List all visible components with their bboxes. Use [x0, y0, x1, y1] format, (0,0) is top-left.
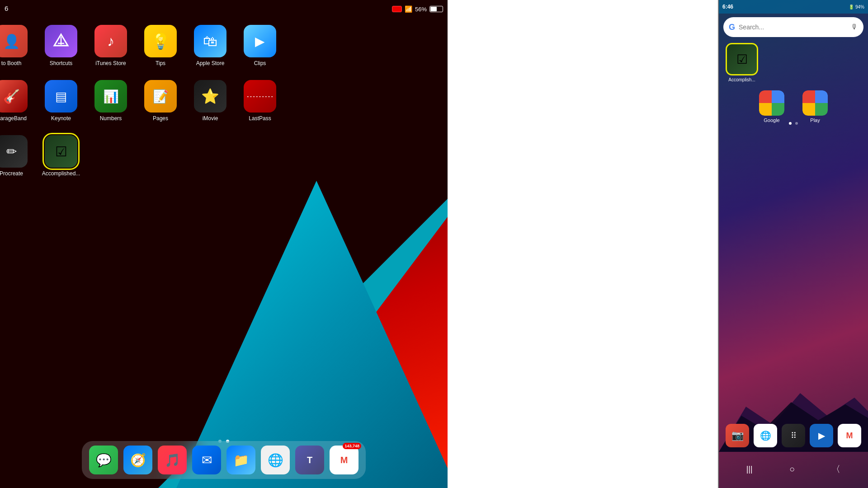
- app-keynote[interactable]: ▤ Keynote: [41, 80, 81, 122]
- google-search-input[interactable]: [739, 17, 847, 37]
- phone-app-play[interactable]: Play: [802, 90, 828, 123]
- phone-dock-camera[interactable]: 📷: [726, 424, 749, 447]
- clips-icon: ▶: [244, 25, 276, 57]
- microphone-icon[interactable]: 🎙: [851, 23, 858, 31]
- lastpass-label: LastPass: [249, 115, 271, 122]
- dock-music[interactable]: 🎵: [158, 446, 187, 474]
- imovie-icon: ⭐: [194, 80, 226, 113]
- play-multi-icon: [802, 90, 828, 116]
- phone-dot-1[interactable]: [789, 122, 792, 125]
- nav-back-button[interactable]: 〈: [828, 460, 844, 479]
- battery-bar: [429, 6, 443, 12]
- procreate-icon: ✏: [0, 135, 28, 168]
- app-apple-store[interactable]: 🛍 Apple Store: [190, 25, 231, 66]
- app-photo-booth[interactable]: 👤 to Booth: [0, 25, 32, 66]
- accomplished-widget[interactable]: ☑ Accomplish...: [726, 43, 758, 82]
- shortcuts-icon: [45, 25, 77, 57]
- google-multi-icon: [759, 90, 784, 116]
- phone-dock: 📷 🌐 ⠿ ▶ M: [719, 424, 868, 447]
- app-imovie[interactable]: ⭐ iMovie: [190, 80, 231, 122]
- app-clips[interactable]: ▶ Clips: [240, 25, 280, 66]
- apple-store-label: Apple Store: [196, 60, 225, 66]
- tips-icon: 💡: [144, 25, 177, 57]
- app-row-3: ✏ Procreate ☑ Accomplished...: [5, 135, 443, 177]
- tips-label: Tips: [156, 60, 165, 66]
- shortcuts-label: Shortcuts: [50, 60, 73, 66]
- gmail-badge: 143,748: [343, 443, 361, 449]
- dock-chrome[interactable]: 🌐: [261, 446, 290, 474]
- app-numbers[interactable]: 📊 Numbers: [90, 80, 131, 122]
- dock-mail[interactable]: ✉: [192, 446, 221, 474]
- google-search-bar[interactable]: G 🎙: [723, 17, 863, 37]
- phone-dock-launcher[interactable]: ⠿: [782, 424, 805, 447]
- app-garageband[interactable]: 🎸 GarageBand: [0, 80, 32, 122]
- app-lastpass[interactable]: ⋯⋯⋯ LastPass: [240, 80, 280, 122]
- battery-percent: 56%: [415, 6, 427, 13]
- phone-app-google[interactable]: Google: [759, 90, 784, 123]
- play-label: Play: [810, 117, 820, 123]
- lastpass-icon: ⋯⋯⋯: [244, 80, 276, 113]
- dock-messages[interactable]: 💬: [89, 446, 118, 474]
- procreate-label: Procreate: [0, 170, 23, 177]
- phone-app-grid: Google Play: [719, 90, 868, 123]
- numbers-icon: 📊: [94, 80, 127, 113]
- app-dock: 💬 🧭 🎵 ✉ 📁 🌐 T M 143,748: [82, 441, 366, 479]
- phone-statusbar: 6:46 🔋 94%: [719, 0, 868, 14]
- numbers-label: Numbers: [100, 115, 122, 122]
- wifi-icon: 📶: [405, 5, 412, 13]
- accomplished-phone-label: Accomplish...: [726, 77, 758, 82]
- nav-home-button[interactable]: ○: [786, 460, 798, 478]
- garageband-icon: 🎸: [0, 80, 28, 113]
- photo-booth-label: to Booth: [1, 60, 22, 66]
- phone-time: 6:46: [722, 4, 733, 10]
- keynote-icon: ▤: [45, 80, 77, 113]
- app-grid: 👤 to Booth Shortcuts ♪ iTunes S: [5, 25, 443, 177]
- recording-indicator: [392, 6, 402, 12]
- app-accomplished[interactable]: ☑ Accomplished...: [41, 135, 81, 177]
- phone-dock-gmail[interactable]: M: [838, 424, 861, 447]
- phone-dot-2[interactable]: [795, 122, 798, 125]
- app-tips[interactable]: 💡 Tips: [140, 25, 181, 66]
- ipad-screen: 📶 56% 6 👤 to Booth: [0, 0, 448, 488]
- app-itunes[interactable]: ♪ iTunes Store: [90, 25, 131, 66]
- play-app-icon: [802, 90, 828, 116]
- phone-screen: 6:46 🔋 94% G 🎙 ☑ Accomplish...: [719, 0, 868, 488]
- phone-navbar: ||| ○ 〈: [719, 460, 868, 479]
- apple-store-icon: 🛍: [194, 25, 226, 57]
- dock-gmail[interactable]: M 143,748: [330, 446, 359, 474]
- google-label: Google: [764, 117, 779, 123]
- app-row-1: 👤 to Booth Shortcuts ♪ iTunes S: [5, 25, 443, 66]
- nav-menu-button[interactable]: |||: [743, 461, 756, 478]
- imovie-label: iMovie: [203, 115, 218, 122]
- garageband-label: GarageBand: [0, 115, 27, 122]
- dock-files[interactable]: 📁: [226, 446, 255, 474]
- google-logo: G: [729, 23, 735, 32]
- phone-page-dots: [789, 122, 798, 125]
- app-pages[interactable]: 📝 Pages: [140, 80, 181, 122]
- app-shortcuts[interactable]: Shortcuts: [41, 25, 81, 66]
- accomplished-icon: ☑: [45, 135, 77, 168]
- accomplished-label: Accomplished...: [42, 170, 80, 177]
- photo-booth-icon: 👤: [0, 25, 28, 57]
- phone-dock-play[interactable]: ▶: [810, 424, 833, 447]
- screen-divider: [718, 0, 719, 488]
- ipad-time: 6: [5, 5, 8, 12]
- phone-status-icons: 🔋 94%: [849, 5, 864, 9]
- dock-teams[interactable]: T: [295, 446, 324, 474]
- ipad-statusbar: 📶 56%: [357, 0, 448, 18]
- phone-icons: 🔋: [849, 5, 854, 9]
- pages-label: Pages: [153, 115, 168, 122]
- dock-safari[interactable]: 🧭: [123, 446, 152, 474]
- google-app-icon: [759, 90, 784, 116]
- app-procreate[interactable]: ✏ Procreate: [0, 135, 32, 177]
- phone-battery: 94%: [855, 5, 864, 9]
- pages-icon: 📝: [144, 80, 177, 113]
- clips-label: Clips: [254, 60, 266, 66]
- battery-fill: [430, 7, 437, 11]
- itunes-icon: ♪: [94, 25, 127, 57]
- app-row-2: 🎸 GarageBand ▤ Keynote 📊 Numbers 📝: [5, 80, 443, 122]
- keynote-label: Keynote: [51, 115, 71, 122]
- phone-dock-chrome[interactable]: 🌐: [754, 424, 777, 447]
- accomplished-phone-icon: ☑: [726, 43, 758, 75]
- itunes-label: iTunes Store: [95, 60, 126, 66]
